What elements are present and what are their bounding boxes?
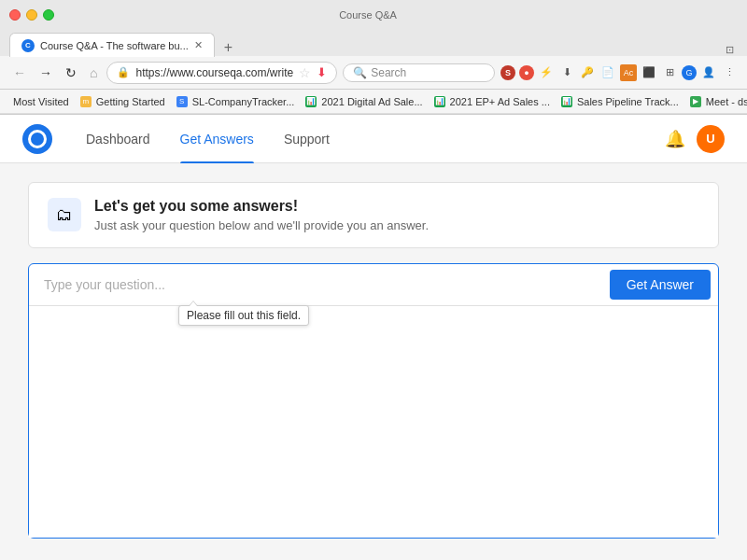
bookmarks-bar: Most Visited m Getting Started S SL-Comp… <box>0 90 747 114</box>
toolbar-icon-6[interactable]: 📄 <box>599 64 616 81</box>
pocket-icon[interactable]: ⬇ <box>317 65 327 79</box>
home-button[interactable]: ⌂ <box>86 63 101 82</box>
search-label: Search <box>371 66 406 79</box>
bookmark-label: SL-CompanyTracker... <box>192 96 295 107</box>
tabs-bar: C Course Q&A - The software bu... ✕ + ⊡ <box>0 30 747 56</box>
bookmark-most-visited[interactable]: Most Visited <box>9 95 73 108</box>
menu-icon[interactable]: ⋮ <box>721 64 738 81</box>
toolbar-icon-10[interactable]: G <box>682 65 697 80</box>
tab-close-icon[interactable]: ✕ <box>194 39 203 51</box>
main-content: 🗂 Let's get you some answers! Just ask y… <box>0 163 747 560</box>
active-tab[interactable]: C Course Q&A - The software bu... ✕ <box>9 33 215 57</box>
maximize-button[interactable] <box>43 9 54 21</box>
search-bar[interactable]: 🔍 Search <box>343 63 495 82</box>
minimize-button[interactable] <box>26 9 37 21</box>
bookmark-label: 2021 Digital Ad Sale... <box>321 96 422 107</box>
app-nav: Dashboard Get Answers Support 🔔 U <box>0 115 747 163</box>
question-input-row: Get Answer <box>29 264 718 306</box>
answer-area <box>29 306 718 538</box>
traffic-lights <box>9 9 54 21</box>
back-button[interactable]: ← <box>9 63 30 82</box>
info-card-text: Let's get you some answers! Just ask you… <box>94 198 429 232</box>
bookmark-label: Meet - dsn-vcne-gcf <box>706 96 747 107</box>
tab-title: Course Q&A - The software bu... <box>40 40 189 51</box>
new-tab-button[interactable]: + <box>218 39 238 56</box>
bookmark-label: 2021 EP+ Ad Sales ... <box>450 96 550 107</box>
toolbar-icon-5[interactable]: 🔑 <box>579 64 596 81</box>
bookmark-label: Most Visited <box>13 96 69 107</box>
nav-item-get-answers[interactable]: Get Answers <box>165 115 269 163</box>
bookmark-label: Getting Started <box>96 96 165 107</box>
app-container: Dashboard Get Answers Support 🔔 U 🗂 Let'… <box>0 115 747 560</box>
nav-item-support[interactable]: Support <box>269 115 345 163</box>
refresh-button[interactable]: ↻ <box>62 63 80 82</box>
toolbar-icon-4[interactable]: ⬇ <box>558 64 575 81</box>
info-card-icon: 🗂 <box>48 198 81 231</box>
lock-icon: 🔒 <box>117 66 130 78</box>
info-card-title: Let's get you some answers! <box>94 198 429 215</box>
browser-chrome: Course Q&A C Course Q&A - The software b… <box>0 0 747 115</box>
bookmark-star-icon[interactable]: ☆ <box>299 65 311 80</box>
bookmark-2021-digital[interactable]: 📊 2021 Digital Ad Sale... <box>302 95 426 108</box>
qa-icon: 🗂 <box>56 205 73 225</box>
address-bar: ← → ↻ ⌂ 🔒 https://www.courseqa.com/write… <box>0 56 747 90</box>
bookmark-sales[interactable]: 📊 Sales Pipeline Track... <box>557 95 683 108</box>
validation-tooltip: Please fill out this field. <box>178 305 309 326</box>
app-logo-inner <box>28 130 47 148</box>
toolbar-icon-7[interactable]: Ac <box>620 64 637 81</box>
tab-favicon: C <box>21 39 35 52</box>
search-icon: 🔍 <box>353 66 367 79</box>
toolbar-icon-2[interactable]: ● <box>519 65 534 80</box>
nav-items: Dashboard Get Answers Support <box>71 115 665 163</box>
forward-button[interactable]: → <box>35 63 56 82</box>
bookmark-2021-ep[interactable]: 📊 2021 EP+ Ad Sales ... <box>430 95 554 108</box>
close-button[interactable] <box>9 9 21 21</box>
notifications-icon[interactable]: 🔔 <box>665 129 685 149</box>
window-title: Course Q&A <box>54 9 682 21</box>
nav-item-dashboard[interactable]: Dashboard <box>71 115 165 163</box>
avatar[interactable]: U <box>697 125 725 153</box>
toolbar-icon-3[interactable]: ⚡ <box>538 64 555 81</box>
url-bar[interactable]: 🔒 https://www.courseqa.com/write ☆ ⬇ <box>106 62 337 84</box>
bookmark-getting-started[interactable]: m Getting Started <box>77 95 169 108</box>
profile-icon[interactable]: 👤 <box>700 64 717 81</box>
title-bar: Course Q&A <box>0 0 747 30</box>
question-form: Get Answer Please fill out this field. <box>28 263 719 539</box>
url-text: https://www.courseqa.com/write <box>135 66 293 79</box>
info-card: 🗂 Let's get you some answers! Just ask y… <box>28 182 719 248</box>
get-answer-button[interactable]: Get Answer <box>610 270 711 300</box>
toolbar-icon-9[interactable]: ⊞ <box>661 64 678 81</box>
extensions-icon[interactable]: S <box>500 65 515 80</box>
browser-toolbar: S ● ⚡ ⬇ 🔑 📄 Ac ⬛ ⊞ G 👤 ⋮ <box>500 64 738 81</box>
bookmark-sl[interactable]: S SL-CompanyTracker... <box>173 95 299 108</box>
toolbar-icon-8[interactable]: ⬛ <box>641 64 657 81</box>
info-card-subtitle: Just ask your question below and we'll p… <box>94 218 429 232</box>
bookmark-meet[interactable]: ▶ Meet - dsn-vcne-gcf <box>686 95 747 108</box>
nav-right: 🔔 U <box>665 125 725 153</box>
app-logo <box>22 124 52 154</box>
restore-button[interactable]: ⊡ <box>726 44 738 56</box>
bookmark-label: Sales Pipeline Track... <box>577 96 679 107</box>
question-input[interactable] <box>29 266 602 303</box>
